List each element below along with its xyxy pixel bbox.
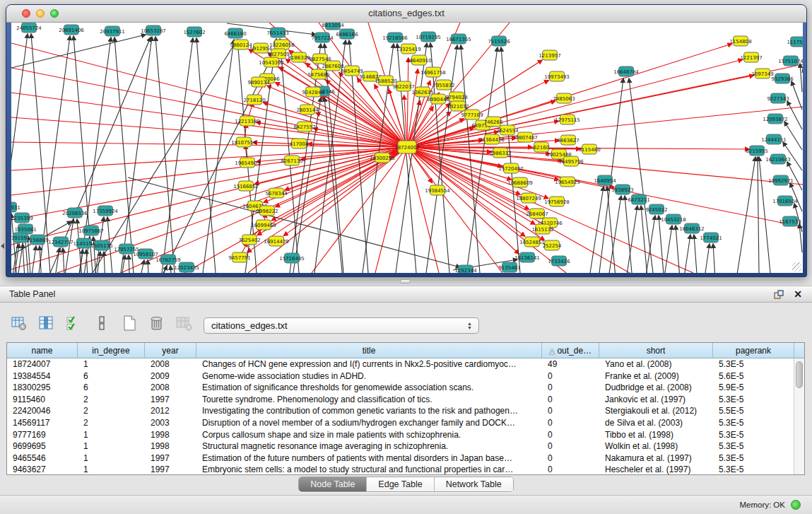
table-cell: 1997 [145,464,196,475]
column-header-label: out_de… [557,346,592,356]
graph-edge [685,235,690,273]
column-header-year[interactable]: year [145,343,196,358]
table-cell: 9465546 [7,452,78,465]
table-cell: Jankovic et al. (1997) [599,394,713,406]
tab-network-table[interactable]: Network Table [435,477,513,491]
graph-node-label: 10958107 [133,252,158,257]
graph-node-label: 18107554 [231,140,257,146]
table-cell: 2 [78,394,145,406]
table-row[interactable]: 969969511998Structural magnetic resonanc… [7,440,804,452]
show-columns-icon[interactable] [37,314,56,332]
table-row[interactable]: 946362711997Embryonic stem cells: a mode… [7,464,804,475]
graph-edge [787,101,802,129]
table-cell: Dudbridge et al. (2008) [599,382,713,394]
table-row[interactable]: 977716911998Corpus callosum shape and si… [7,429,804,441]
delete-table-icon[interactable] [148,314,166,332]
column-header-in_degree[interactable]: in_degree [78,343,145,358]
graph-edge [32,246,36,273]
graph-edge [203,40,234,273]
graph-node-label: 9890134 [247,80,270,86]
column-header-label: year [162,346,178,356]
memory-status-indicator[interactable] [791,500,801,510]
graph-edge [609,196,621,273]
window-titlebar[interactable]: citations_edges.txt [6,5,806,23]
table-cell: 2003 [145,417,196,429]
graph-node-label: 1640954 [594,178,616,184]
column-header-label: in_degree [92,346,129,356]
table-cell: 0 [542,370,599,382]
row-height-icon[interactable] [93,314,111,332]
graph-node-label: 17016504 [772,199,798,204]
table-row[interactable]: 1456911722003Disruption of a novel membe… [7,417,804,429]
table-cell: 14569117 [7,417,78,429]
table-panel-header[interactable]: Table Panel ✕ [0,286,812,303]
table-header-row: namein_degreeyeartitle△out_de…shortpager… [7,343,804,358]
modify-table-icon[interactable] [10,314,28,332]
graph-node-label: 16136141 [514,255,540,261]
create-table-icon[interactable] [120,314,139,332]
table-row[interactable]: 946554611997Estimation of the future num… [7,452,804,465]
table-row[interactable]: 1872400712008Changes of HCN gene express… [7,358,804,370]
select-rows-icon[interactable] [65,314,83,332]
graph-node-label: 2718120 [243,98,265,103]
graph-node-label: 9245012 [645,207,667,213]
column-header-short[interactable]: short [599,343,713,358]
column-header-name[interactable]: name [7,343,78,358]
graph-edge [11,93,407,147]
column-header-out_de[interactable]: △out_de… [542,343,599,358]
graph-node-label: 12213389 [235,119,260,124]
graph-node-label: 16961758 [420,70,446,76]
table-row[interactable]: 2242004622012Investigating the contribut… [7,405,804,417]
graph-node-label: 7986312 [489,151,511,156]
graph-edge [647,216,655,273]
table-toolbar: f(x) [10,311,221,335]
table-cell: 5.3E-5 [713,358,794,370]
table-select-combobox[interactable]: citations_edges.txt ▲▼ [204,317,479,334]
horizontal-splitter-handle[interactable] [400,279,411,284]
column-header-pagerank[interactable]: pagerank [713,343,794,358]
citation-network-graph[interactable]: 2405572420691406269379111065328715276026… [11,23,803,273]
graph-edge [129,255,129,273]
table-row[interactable]: 1938455462009Genome-wide association stu… [7,370,804,382]
close-panel-icon[interactable]: ✕ [794,288,802,300]
graph-node-label: 1362615 [411,90,433,95]
graph-node-label: 12342757 [48,240,73,245]
graph-edge [713,244,715,273]
table-cell: 5.3E-5 [713,394,794,406]
left-splitter-collapse-arrow[interactable] [1,243,4,249]
table-cell: Embryonic stem cells: a model to study s… [196,464,542,475]
graph-node-label: 18640910 [406,58,432,64]
graph-node-label: 9822037 [392,84,414,90]
table-cell: 9115460 [7,394,78,406]
scrollbar-thumb[interactable] [796,361,803,388]
graph-node-label: 19384554 [425,188,450,194]
graph-edge [629,78,653,273]
window-resize-grip[interactable] [792,262,801,271]
vertical-scrollbar[interactable] [794,358,804,474]
graph-node-label: 21364436 [479,137,505,143]
graph-node-label: 746266 [484,119,503,125]
tab-edge-table[interactable]: Edge Table [367,477,434,491]
table-row[interactable]: 1830029562008Estimation of significance … [7,382,804,394]
graph-edge [63,248,64,273]
graph-node-label: 1117533 [787,40,803,45]
column-header-label: title [363,346,376,356]
table-cell: Tibbo et al. (1998) [599,429,713,441]
graph-node-label: 1097349 [751,71,773,77]
table-cell: Hescheler et al. (1997) [599,464,713,475]
graph-node-label: 26937911 [100,29,125,35]
graph-node-label: 16046312 [679,226,705,232]
float-panel-icon[interactable] [774,290,784,300]
table-row[interactable]: 911546021997Tourette syndrome. Phenomeno… [7,394,804,406]
graph-node-label: 1527602 [183,30,205,35]
network-canvas[interactable]: 2405572420691406269379111065328715276026… [11,23,803,273]
graph-node-label: 7625402 [238,238,260,243]
column-header-title[interactable]: title [196,343,542,358]
tab-node-table[interactable]: Node Table [299,477,367,491]
table-cell: Franke et al. (2009) [599,370,713,382]
graph-node-label: 8813054 [322,23,344,28]
table-cell: 9463627 [7,464,78,475]
graph-node-label: 10688609 [507,180,533,186]
table-cell: 49 [542,358,599,370]
table-cell: 1997 [145,452,196,465]
